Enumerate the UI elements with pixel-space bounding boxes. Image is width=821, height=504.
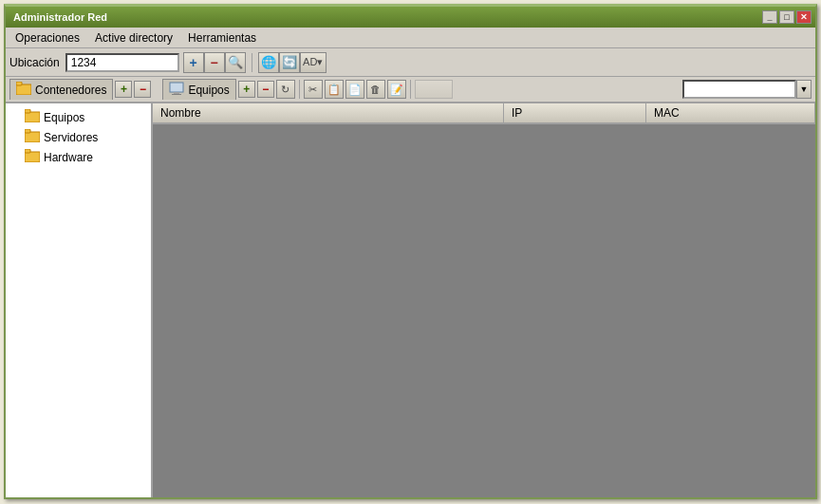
toolbar1: Ubicación + − 🔍 🌐 🔄 AD▾ bbox=[6, 48, 815, 77]
copy-icon: 📋 bbox=[327, 84, 341, 96]
main-window: Administrador Red _ □ ✕ Operaciones Acti… bbox=[4, 4, 817, 499]
network-icon: 🌐 bbox=[261, 55, 276, 69]
options-button[interactable]: AD▾ bbox=[300, 52, 327, 73]
svg-rect-3 bbox=[174, 92, 179, 94]
paste-icon: 📄 bbox=[348, 84, 362, 96]
delete-button[interactable]: 🗑 bbox=[366, 80, 385, 99]
svg-rect-5 bbox=[25, 112, 40, 122]
col-mac-label: MAC bbox=[654, 106, 680, 120]
svg-rect-8 bbox=[25, 129, 30, 133]
network-icon-button[interactable]: 🌐 bbox=[258, 52, 279, 73]
equipos-label: Equipos bbox=[188, 84, 229, 97]
left-panel: Equipos Servidores Hardw bbox=[6, 103, 153, 497]
tree-item-servidores[interactable]: Servidores bbox=[6, 127, 151, 147]
toolbar2-sep1 bbox=[299, 80, 300, 99]
filter-input[interactable] bbox=[682, 80, 796, 99]
tree-item-servidores-label: Servidores bbox=[44, 131, 98, 144]
titlebar: Administrador Red _ □ ✕ bbox=[6, 7, 815, 28]
filter-dropdown-button[interactable]: ▼ bbox=[796, 80, 812, 99]
refresh-icon: 🔄 bbox=[282, 55, 297, 69]
placeholder-btn[interactable] bbox=[415, 80, 453, 99]
menu-operaciones[interactable]: Operaciones bbox=[8, 29, 87, 47]
col-header-nombre[interactable]: Nombre bbox=[153, 103, 504, 122]
properties-icon: 📝 bbox=[390, 84, 403, 96]
equipos-tab[interactable]: Equipos bbox=[162, 79, 235, 100]
titlebar-buttons: _ □ ✕ bbox=[762, 10, 812, 24]
tree-item-hardware-label: Hardware bbox=[44, 151, 93, 164]
col-header-ip[interactable]: IP bbox=[504, 103, 646, 122]
folder-equipos-icon bbox=[25, 109, 40, 125]
contenedores-folder-icon bbox=[16, 82, 31, 98]
content-area: Equipos Servidores Hardw bbox=[6, 103, 815, 497]
remove-location-button[interactable]: − bbox=[204, 52, 225, 73]
svg-rect-7 bbox=[25, 132, 40, 142]
folder-hardware-icon bbox=[25, 149, 40, 165]
col-ip-label: IP bbox=[512, 106, 522, 120]
add-equipo-button[interactable]: + bbox=[238, 81, 255, 98]
right-panel: Nombre IP MAC bbox=[153, 103, 815, 497]
refresh-equipo-button[interactable]: ↻ bbox=[276, 80, 295, 99]
contenedores-section: Contenedores + − bbox=[9, 79, 151, 100]
menu-active-directory[interactable]: Active directory bbox=[87, 29, 180, 47]
properties-button[interactable]: 📝 bbox=[387, 80, 406, 99]
table-header: Nombre IP MAC bbox=[153, 103, 815, 124]
tree-item-hardware[interactable]: Hardware bbox=[6, 147, 151, 167]
tree-item-equipos[interactable]: Equipos bbox=[6, 107, 151, 127]
remove-contenedor-button[interactable]: − bbox=[134, 81, 151, 98]
folder-servidores-icon bbox=[25, 129, 40, 145]
location-input[interactable] bbox=[65, 53, 179, 72]
paste-button[interactable]: 📄 bbox=[345, 80, 364, 99]
refresh-button[interactable]: 🔄 bbox=[279, 52, 300, 73]
location-label: Ubicación bbox=[9, 56, 60, 69]
svg-rect-10 bbox=[25, 149, 30, 153]
remove-equipo-button[interactable]: − bbox=[257, 81, 274, 98]
add-location-icon: + bbox=[190, 55, 197, 70]
remove-location-icon: − bbox=[211, 55, 218, 70]
refresh-equipo-icon: ↻ bbox=[281, 84, 289, 96]
maximize-button[interactable]: □ bbox=[779, 10, 794, 24]
tree-item-equipos-label: Equipos bbox=[44, 111, 84, 124]
toolbar-separator-1 bbox=[252, 53, 252, 72]
cut-icon: ✂ bbox=[308, 84, 317, 96]
contenedores-label: Contenedores bbox=[35, 84, 106, 97]
copy-button[interactable]: 📋 bbox=[325, 80, 344, 99]
equipos-section: Equipos + − ↻ ✂ 📋 📄 🗑 📝 bbox=[162, 79, 452, 100]
col-nombre-label: Nombre bbox=[160, 106, 201, 120]
delete-icon: 🗑 bbox=[370, 84, 381, 95]
equipos-computer-icon bbox=[169, 82, 184, 98]
add-contenedor-button[interactable]: + bbox=[115, 81, 132, 98]
menu-herramientas[interactable]: Herramientas bbox=[180, 29, 264, 47]
toolbar2-sep2 bbox=[410, 80, 411, 99]
svg-rect-1 bbox=[16, 82, 22, 85]
cut-button[interactable]: ✂ bbox=[304, 80, 323, 99]
table-body bbox=[153, 124, 815, 497]
col-header-mac[interactable]: MAC bbox=[646, 103, 815, 122]
filter-combo-area: ▼ bbox=[682, 80, 812, 99]
search-location-button[interactable]: 🔍 bbox=[225, 52, 246, 73]
add-location-button[interactable]: + bbox=[183, 52, 204, 73]
contenedores-tab[interactable]: Contenedores bbox=[9, 79, 113, 100]
minimize-button[interactable]: _ bbox=[762, 10, 777, 24]
options-icon: AD▾ bbox=[303, 56, 323, 68]
search-location-icon: 🔍 bbox=[228, 55, 243, 69]
svg-rect-2 bbox=[170, 83, 183, 92]
svg-rect-4 bbox=[172, 94, 181, 95]
svg-rect-9 bbox=[25, 152, 40, 162]
close-button[interactable]: ✕ bbox=[796, 10, 812, 24]
svg-rect-0 bbox=[16, 84, 31, 95]
window-title: Administrador Red bbox=[13, 11, 107, 23]
toolbar2: Contenedores + − Equipos + − ↻ bbox=[6, 77, 815, 103]
svg-rect-6 bbox=[25, 109, 30, 113]
menubar: Operaciones Active directory Herramienta… bbox=[6, 28, 815, 48]
